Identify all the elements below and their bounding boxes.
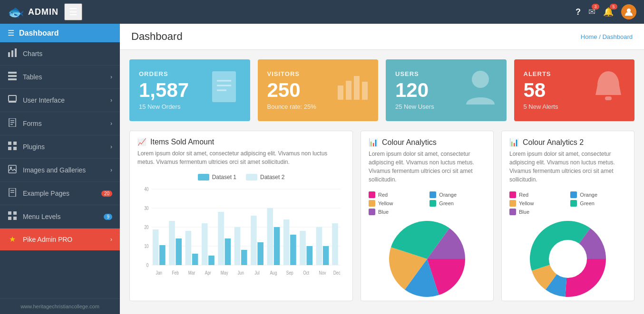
alerts-icon <box>592 69 625 112</box>
colour-analytics2-widget: 📊 Colour Analytics 2 Lorem ipsum dolor s… <box>501 131 634 301</box>
svg-rect-32 <box>346 81 351 100</box>
plugins-label: Plugins <box>23 143 105 151</box>
help-icon[interactable]: ? <box>576 7 581 17</box>
svg-rect-57 <box>234 227 241 265</box>
sidebar-item-tables[interactable]: Tables › <box>0 66 120 89</box>
brand-icon: 🐟 <box>8 4 24 20</box>
svg-rect-5 <box>8 75 17 77</box>
colour-analytics-header: 📊 Colour Analytics Lorem ipsum dolor sit… <box>361 131 493 188</box>
colour-analytics2-header: 📊 Colour Analytics 2 Lorem ipsum dolor s… <box>502 131 634 188</box>
svg-rect-69 <box>332 223 338 265</box>
sidebar-nav: Charts Tables › User Interface › <box>0 42 120 298</box>
stat-left-orders: ORDERS 1,587 15 New Orders <box>139 70 189 110</box>
svg-rect-56 <box>225 238 231 265</box>
sidebar-item-images[interactable]: Images and Galleries › <box>0 159 120 182</box>
colour-analytics2-title: 📊 Colour Analytics 2 <box>509 138 626 147</box>
sidebar-footer: www.heritagechristiancollege.com <box>0 298 120 314</box>
dot-blue-2 <box>509 209 516 215</box>
sidebar-item-ui[interactable]: User Interface › <box>0 89 120 112</box>
brand-name: ADMIN <box>28 7 59 17</box>
svg-text:Oct: Oct <box>303 270 309 276</box>
plugins-icon <box>8 142 17 152</box>
visitors-value: 250 <box>267 79 316 101</box>
user-avatar[interactable] <box>621 4 636 19</box>
sidebar-hamburger[interactable]: ☰ <box>8 29 14 38</box>
visitors-label: VISITORS <box>267 70 316 77</box>
svg-text:20: 20 <box>144 225 148 230</box>
users-sub: 25 New Users <box>395 103 434 110</box>
tables-chevron: › <box>110 74 112 80</box>
svg-text:Aug: Aug <box>270 270 277 276</box>
mail-icon[interactable]: ✉ 3 <box>588 7 595 17</box>
svg-text:Dec: Dec <box>333 270 341 276</box>
hamburger-button[interactable]: ☰ <box>64 3 82 20</box>
ui-chevron: › <box>110 97 112 104</box>
dot-green-1 <box>429 200 436 207</box>
stats-row: ORDERS 1,587 15 New Orders VISITORS <box>120 50 644 126</box>
users-value: 120 <box>395 79 434 101</box>
svg-rect-66 <box>307 246 313 265</box>
svg-rect-52 <box>192 254 198 265</box>
chart-area: Dataset 1 Dataset 2 <box>130 170 352 284</box>
stat-card-alerts: ALERTS 58 5 New Alerts <box>514 59 635 121</box>
sidebar-item-menu[interactable]: Menu Levels 9 <box>0 205 120 228</box>
svg-rect-65 <box>300 231 306 265</box>
stat-left-alerts: ALERTS 58 5 New Alerts <box>524 70 558 110</box>
svg-rect-50 <box>176 238 182 265</box>
svg-rect-15 <box>13 142 17 145</box>
content-area: Dashboard Home / Dashboard ORDERS 1,587 … <box>120 24 644 314</box>
breadcrumb-home[interactable]: Home <box>581 33 597 40</box>
dot-orange-1 <box>429 191 436 198</box>
tables-label: Tables <box>23 73 105 81</box>
sidebar-title: Dashboard <box>19 29 59 38</box>
svg-rect-36 <box>605 96 612 100</box>
svg-text:May: May <box>221 270 228 276</box>
sidebar-item-example[interactable]: Example Pages 20 <box>0 182 120 205</box>
legend-blue-2: Blue <box>509 209 563 215</box>
alerts-value: 58 <box>524 79 558 101</box>
example-badge: 20 <box>101 190 112 197</box>
items-sold-desc: Lorem ipsum dolor sit amet, consectetur … <box>137 149 345 166</box>
legend-color-1 <box>198 174 209 181</box>
svg-rect-47 <box>153 229 159 265</box>
legend-dataset2: Dataset 2 <box>246 174 284 181</box>
svg-text:Apr: Apr <box>205 270 211 276</box>
legend-green-1: Green <box>429 200 486 207</box>
dot-yellow-1 <box>369 200 375 207</box>
colour-analytics2-icon: 📊 <box>509 138 519 147</box>
items-sold-title: 📈 Items Sold Amount <box>137 138 345 146</box>
orders-icon <box>207 69 241 112</box>
dot-blue-1 <box>369 209 375 215</box>
colour-analytics-desc: Lorem ipsum dolor sit amet, consectetur … <box>369 150 486 184</box>
svg-rect-16 <box>8 147 11 150</box>
colour-analytics-title: 📊 Colour Analytics <box>369 138 486 147</box>
sidebar-item-forms[interactable]: Forms › <box>0 112 120 135</box>
footer-text: www.heritagechristiancollege.com <box>20 304 99 309</box>
legend-red-1: Red <box>369 191 422 198</box>
svg-point-82 <box>549 240 587 278</box>
sidebar: ☰ Dashboard Charts Tables › Us <box>0 24 120 314</box>
sidebar-item-pro[interactable]: ★ Pike Admin PRO › <box>0 228 120 250</box>
svg-rect-53 <box>202 223 208 265</box>
legend-dataset1: Dataset 1 <box>198 174 236 181</box>
svg-rect-3 <box>15 48 17 57</box>
svg-rect-31 <box>338 86 343 100</box>
plugins-chevron: › <box>110 143 112 150</box>
bell-icon[interactable]: 🔔 5 <box>603 7 614 17</box>
svg-rect-23 <box>8 211 11 215</box>
legend-red-2: Red <box>509 191 563 198</box>
svg-text:Feb: Feb <box>172 270 178 276</box>
pie-legend-1: Red Orange Yellow Green <box>369 191 486 215</box>
svg-rect-62 <box>274 227 280 265</box>
widgets-row: 📈 Items Sold Amount Lorem ipsum dolor si… <box>120 126 644 311</box>
page-title: Dashboard <box>131 30 183 43</box>
items-sold-widget: 📈 Items Sold Amount Lorem ipsum dolor si… <box>129 131 353 301</box>
stat-left-visitors: VISITORS 250 Bounce rate: 25% <box>267 70 316 110</box>
svg-point-0 <box>627 9 631 12</box>
pro-label: Pike Admin PRO <box>23 236 105 243</box>
colour-analytics2-desc: Lorem ipsum dolor sit amet, consectetur … <box>509 150 626 184</box>
tables-icon <box>8 72 17 82</box>
sidebar-item-charts[interactable]: Charts <box>0 42 120 66</box>
sidebar-item-plugins[interactable]: Plugins › <box>0 135 120 159</box>
svg-point-35 <box>472 71 489 88</box>
